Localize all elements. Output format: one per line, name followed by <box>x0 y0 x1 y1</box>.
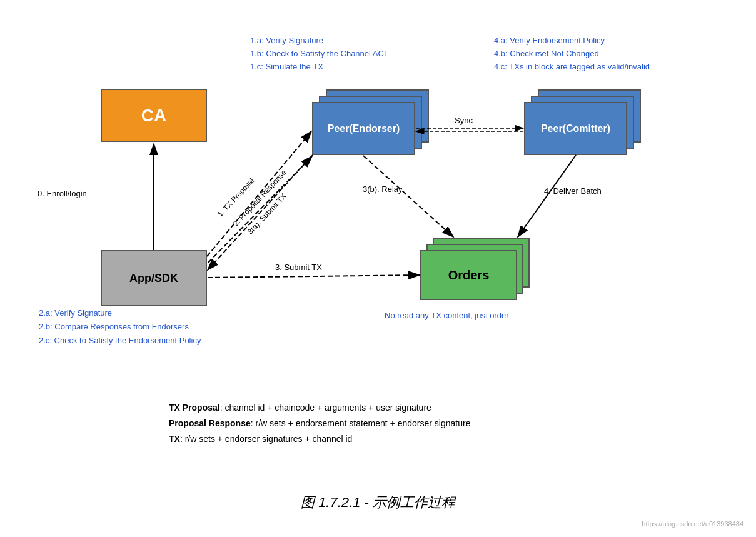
label-relay-3b: 3(b). Relay <box>363 184 403 194</box>
peer-endorser-box: Peer(Endorser) <box>312 102 415 155</box>
top-right-notes: 4.a: Verify Endorsement Policy 4.b: Chec… <box>494 34 650 73</box>
watermark: https://blog.csdn.net/u013938484 <box>642 520 743 528</box>
label-deliver-batch: 4. Deliver Batch <box>544 186 602 196</box>
bottom-center-note: No read any TX content, just order <box>385 311 508 320</box>
def-tx-proposal: TX Proposal: channel id + chaincode + ar… <box>169 400 470 416</box>
bottom-left-notes: 2.a: Verify Signature 2.b: Compare Respo… <box>39 306 201 348</box>
orders-box: Orders <box>420 250 517 300</box>
label-enroll: 0. Enroll/login <box>38 189 87 198</box>
diagram-container: 1.a: Verify Signature 1.b: Check to Sati… <box>0 0 756 537</box>
label-submit-tx-3a: 3(a). Submit TX <box>246 192 288 236</box>
svg-line-7 <box>208 275 420 278</box>
definitions-section: TX Proposal: channel id + chaincode + ar… <box>169 400 470 448</box>
label-sync: Sync <box>455 116 473 125</box>
top-left-notes: 1.a: Verify Signature 1.b: Check to Sati… <box>250 34 388 73</box>
ca-box: CA <box>101 89 207 142</box>
figure-caption: 图 1.7.2.1 - 示例工作过程 <box>301 493 455 512</box>
def-proposal-response: Proposal Response: r/w sets + endorsemen… <box>169 416 470 431</box>
appsdk-box: App/SDK <box>101 250 207 306</box>
label-submit-tx-3: 3. Submit TX <box>275 263 322 272</box>
svg-line-11 <box>518 155 576 237</box>
peer-comitter-box: Peer(Comitter) <box>524 102 627 155</box>
svg-line-8 <box>363 156 453 237</box>
def-tx: TX: r/w sets + endorser signatures + cha… <box>169 431 470 447</box>
